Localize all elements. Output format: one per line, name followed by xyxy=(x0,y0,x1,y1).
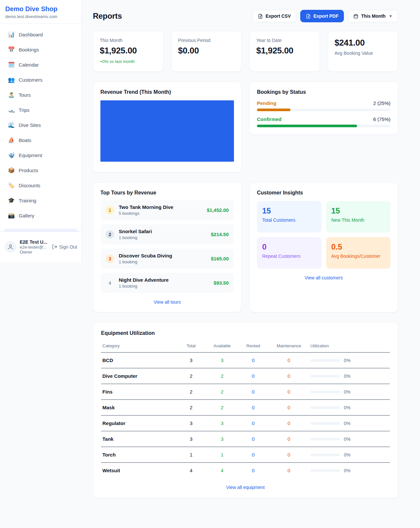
sidebar-item-label: Gallery xyxy=(19,213,34,218)
utilization-bar: 0% xyxy=(310,374,388,379)
cell-category: Tank xyxy=(101,431,176,447)
period-dropdown[interactable]: This Month ▼ xyxy=(348,10,398,22)
progress-fill xyxy=(257,125,357,127)
stat-label: Previous Period xyxy=(178,38,235,43)
cell-maintenance: 0 xyxy=(269,353,309,368)
sidebar-item-label: Customers xyxy=(19,77,43,83)
sidebar-item-discounts[interactable]: 🏷️Discounts xyxy=(4,179,78,192)
user-name: E2E Test U... xyxy=(20,239,49,245)
rank-badge: 4 xyxy=(106,279,114,287)
sidebar-item-training[interactable]: 🎓Training xyxy=(4,194,78,207)
cell-rented: 0 xyxy=(238,447,269,463)
sign-out-button[interactable]: Sign Out xyxy=(52,244,77,250)
top-tours-title: Top Tours by Revenue xyxy=(100,190,234,196)
status-label: Pending xyxy=(257,100,276,106)
person-icon xyxy=(7,244,14,250)
utilization-bar: 0% xyxy=(310,358,388,363)
camera-icon: 📸 xyxy=(8,212,14,219)
export-pdf-button[interactable]: Export PDF xyxy=(300,10,344,22)
header-actions: Export CSV Export PDF This Month ▼ xyxy=(252,10,398,22)
page-header: Reports Export CSV Export PDF This Month… xyxy=(93,10,398,22)
sidebar-item-label: Equipment xyxy=(19,152,42,158)
status-label: Confirmed xyxy=(257,116,282,122)
sidebar-item-dive-sites[interactable]: 🌊Dive Sites xyxy=(4,119,78,131)
cell-total: 3 xyxy=(176,431,207,447)
sidebar-item-label: Calendar xyxy=(19,62,39,68)
utilization-percent: 0% xyxy=(344,358,350,363)
user-role: Owner xyxy=(20,250,49,254)
stat-card-previous-period: Previous Period $0.00 xyxy=(171,31,242,72)
revenue-trend-card: Revenue Trend (This Month) xyxy=(93,82,242,173)
utilization-percent: 0% xyxy=(344,374,350,379)
stat-label: This Month xyxy=(100,38,157,43)
boat-icon: 🛥️ xyxy=(8,107,14,113)
sidebar-item-label: Training xyxy=(19,198,36,203)
avatar xyxy=(5,241,16,253)
sidebar-item-equipment[interactable]: 🤿Equipment xyxy=(4,149,78,161)
file-download-icon xyxy=(258,14,263,19)
cell-available: 3 xyxy=(207,416,238,431)
sidebar-item-calendar[interactable]: 🗓️Calendar xyxy=(4,59,78,71)
sidebar-item-dashboard[interactable]: 📊Dashboard xyxy=(4,29,78,41)
sidebar-item-boats[interactable]: ⛵Boats xyxy=(4,134,78,146)
sidebar-item-tours[interactable]: 🏝️Tours xyxy=(4,89,78,101)
tile-label: Avg Bookings/Customer xyxy=(331,254,386,259)
tour-amount: $214.50 xyxy=(211,232,229,237)
sidebar-item-label: Dashboard xyxy=(19,32,43,37)
sidebar-item-label: Tours xyxy=(19,92,31,98)
status-row-pending: Pending 2 (25%) xyxy=(257,100,390,111)
cell-total: 3 xyxy=(176,353,207,368)
main-content: Reports Export CSV Export PDF This Month… xyxy=(82,0,398,514)
tile-value: 0 xyxy=(262,242,316,252)
sign-out-label: Sign Out xyxy=(59,244,77,250)
tile-label: New This Month xyxy=(331,217,386,223)
cell-maintenance: 0 xyxy=(269,384,309,400)
view-all-equipment-link[interactable]: View all equipment xyxy=(101,485,390,490)
sidebar-item-products[interactable]: 📦Products xyxy=(4,164,78,176)
cell-maintenance: 0 xyxy=(269,416,309,431)
sidebar-item-label: Bookings xyxy=(19,47,39,52)
cell-available: 3 xyxy=(207,353,238,368)
tile-label: Repeat Customers xyxy=(262,254,316,259)
brand-name: Demo Dive Shop xyxy=(5,5,76,13)
sidebar-item-bookings[interactable]: 📅Bookings xyxy=(4,44,78,56)
bar-chart-icon: 📊 xyxy=(8,31,14,38)
cell-rented: 0 xyxy=(238,431,269,447)
view-all-tours-link[interactable]: View all tours xyxy=(100,299,234,305)
stat-cards: This Month $1,925.00 +0% vs last month P… xyxy=(93,31,398,72)
insights-row: Top Tours by Revenue 1 Two Tank Morning … xyxy=(93,182,398,312)
rank-badge: 1 xyxy=(106,206,114,214)
tour-bookings: 5 bookings xyxy=(119,211,202,216)
cell-maintenance: 0 xyxy=(269,447,309,463)
tile-avg-bookings-customer: 0.5 Avg Bookings/Customer xyxy=(326,237,391,269)
insight-tiles: 15 Total Customers 15 New This Month 0 R… xyxy=(257,201,390,269)
cell-available: 3 xyxy=(207,431,238,447)
bookings-by-status-card: Bookings by Status Pending 2 (25%) Confi… xyxy=(249,82,398,135)
table-header-row: Category Total Available Rented Maintena… xyxy=(101,341,390,353)
sidebar-item-label: Discounts xyxy=(19,183,40,188)
table-row: BCD 3 3 0 0 0% xyxy=(101,353,390,368)
sidebar-item-reports-partial[interactable] xyxy=(4,229,78,232)
calendar-17-icon: 📅 xyxy=(8,46,14,53)
user-email: e2e-tester@... xyxy=(20,245,49,250)
cell-available: 2 xyxy=(207,400,238,416)
col-utilization: Utilization xyxy=(309,341,390,353)
revenue-trend-title: Revenue Trend (This Month) xyxy=(100,89,234,95)
utilization-bar: 0% xyxy=(310,468,388,473)
sidebar-item-label: Dive Sites xyxy=(19,122,41,128)
status-row-confirmed: Confirmed 6 (75%) xyxy=(257,116,390,127)
island-icon: 🏝️ xyxy=(8,91,14,98)
sidebar-item-trips[interactable]: 🛥️Trips xyxy=(4,104,78,116)
sailboat-icon: ⛵ xyxy=(8,137,14,144)
sidebar-item-gallery[interactable]: 📸Gallery xyxy=(4,210,78,222)
export-csv-button[interactable]: Export CSV xyxy=(252,10,296,22)
view-all-customers-link[interactable]: View all customers xyxy=(257,275,390,280)
cell-category: BCD xyxy=(101,353,176,368)
col-category: Category xyxy=(101,341,176,353)
tile-total-customers: 15 Total Customers xyxy=(257,201,322,233)
equipment-utilization-title: Equipment Utilization xyxy=(101,330,390,336)
sidebar-item-customers[interactable]: 👥Customers xyxy=(4,74,78,86)
utilization-bar: 0% xyxy=(310,421,388,426)
col-rented: Rented xyxy=(238,341,269,353)
tour-amount: $165.00 xyxy=(211,256,229,261)
